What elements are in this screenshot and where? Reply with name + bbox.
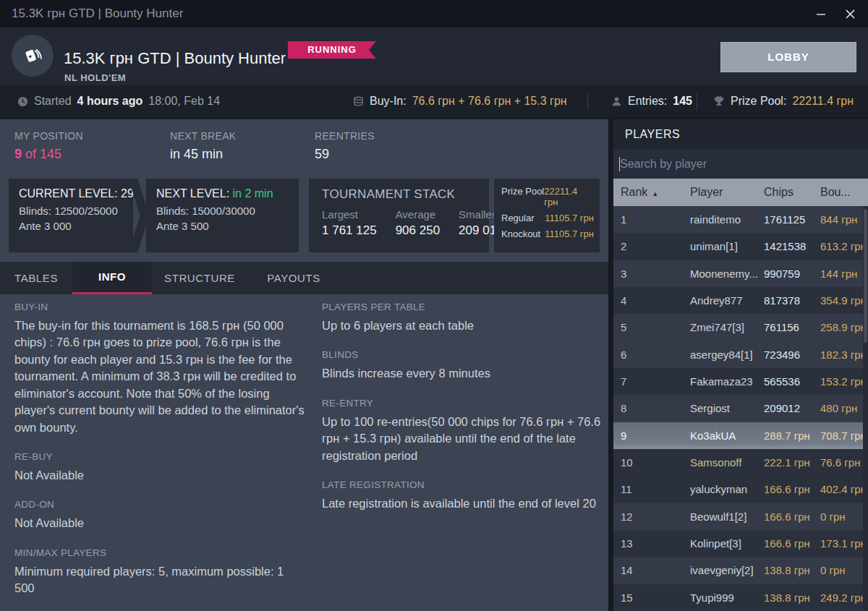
next-level-title: NEXT LEVEL: in 2 min: [156, 187, 299, 200]
prize-pool-value: 22211.4 грн: [792, 95, 854, 108]
next-level-ante: Ante 3 500: [156, 220, 299, 232]
player-row[interactable]: 10Samsonoff222.1 грн76.6 грн: [613, 449, 868, 476]
column-rank[interactable]: Rank▲: [621, 186, 690, 199]
section-ppt-title: PLAYERS PER TABLE: [322, 302, 605, 312]
section-buyin-body: The buy-in for this tournament is 168.5 …: [14, 317, 306, 436]
my-position-value: 9 of 145: [14, 147, 83, 162]
search-input[interactable]: [613, 150, 868, 179]
tab-tables[interactable]: TABLES: [0, 262, 72, 294]
pool-total-label: Prize Pool: [501, 186, 544, 208]
section-blinds-title: BLINDS: [322, 349, 605, 360]
stack-largest-value: 1 761 125: [322, 223, 377, 238]
entries-group: Entries: 145: [611, 85, 692, 117]
current-level-box: CURRENT LEVEL: 29 Blinds: 12500/25000 An…: [9, 179, 133, 252]
player-row[interactable]: 2uniman[1]1421538613.2 грн: [613, 233, 868, 260]
pool-regular-row: Regular 11105.7 грн: [501, 213, 594, 223]
my-position-rank: 9: [14, 147, 22, 161]
next-level-box: NEXT LEVEL: in 2 min Blinds: 15000/30000…: [146, 179, 299, 252]
titlebar: 15.3K грн GTD | Bounty Hunter: [0, 0, 868, 27]
text-caret: [619, 157, 620, 171]
stack-average: Average 906 250: [396, 208, 440, 238]
next-level-blinds: Blinds: 15000/30000: [156, 205, 299, 217]
pool-total-row: Prize Pool 22211.4 грн: [501, 186, 594, 208]
tab-payouts[interactable]: PAYOUTS: [247, 262, 340, 294]
player-row[interactable]: 8Sergiost209012480 грн: [613, 395, 868, 422]
player-row[interactable]: 6asergey84[1]723496182.3 грн: [613, 341, 868, 368]
pool-regular-value: 11105.7 грн: [545, 213, 594, 223]
cards-fan-icon: ♥: [21, 44, 44, 67]
tab-structure[interactable]: STRUCTURE: [152, 262, 247, 294]
started-group: Started 4 hours ago 18:00, Feb 14: [17, 85, 220, 117]
next-break-value: in 45 min: [170, 147, 236, 162]
scrollbar-track[interactable]: [863, 206, 868, 611]
window-title: 15.3K грн GTD | Bounty Hunter: [12, 0, 183, 27]
section-ppt-body: Up to 6 players at each table: [322, 317, 605, 334]
entries-label: Entries:: [628, 95, 667, 108]
player-row[interactable]: 14ivaevgeniy[2]138.8 грн0 грн: [613, 557, 868, 584]
next-level-label: NEXT LEVEL:: [156, 187, 229, 200]
column-bounty[interactable]: Bou...: [820, 186, 868, 199]
minimize-button[interactable]: [809, 0, 833, 27]
prize-pool-label: Prize Pool:: [731, 95, 786, 108]
player-row[interactable]: 13Kolinpet[3]166.6 грн173.1 грн: [613, 530, 868, 557]
info-bar: Started 4 hours ago 18:00, Feb 14 Buy-In…: [0, 85, 868, 117]
pool-total-value: 22211.4 грн: [544, 186, 594, 208]
player-row[interactable]: 7Fakamaza23565536153.2 грн: [613, 368, 868, 395]
my-position-stat: MY POSITION 9 of 145: [14, 130, 83, 162]
section-latereg-body: Late registration is available until the…: [322, 495, 605, 512]
divider: [587, 93, 588, 110]
pool-knockout-row: Knockout 11105.7 грн: [501, 228, 594, 239]
stack-average-label: Average: [396, 208, 440, 221]
buyin-label: Buy-In:: [370, 95, 407, 108]
scrollbar-thumb[interactable]: [864, 209, 867, 343]
prize-pool-box: Prize Pool 22211.4 грн Regular 11105.7 г…: [494, 179, 600, 252]
player-row[interactable]: 12Beowulf1[2]166.6 грн0 грн: [613, 503, 868, 530]
section-latereg: LATE REGISTRATION Late registration is a…: [322, 479, 605, 512]
player-row-me[interactable]: 9Ko3akUA288.7 грн708.7 грн: [613, 422, 868, 449]
section-reentry-body: Up to 100 re-entries(50 000 chips for 76…: [322, 414, 605, 464]
info-column-right: PLAYERS PER TABLE Up to 6 players at eac…: [322, 302, 605, 528]
chips-stack-icon: [353, 95, 364, 107]
player-row[interactable]: 15Tyupi999138.8 грн249.2 грн: [613, 584, 868, 611]
clock-icon: [17, 96, 28, 107]
next-break-label: NEXT BREAK: [170, 130, 236, 142]
tab-bar: TABLES INFO STRUCTURE PAYOUTS: [0, 262, 608, 294]
next-break-stat: NEXT BREAK in 45 min: [170, 130, 236, 162]
player-row[interactable]: 11yaluckyman166.6 грн402.4 грн: [613, 476, 868, 503]
section-rebuy-body: Not Available: [14, 467, 306, 484]
reentries-value: 59: [315, 147, 375, 162]
trophy-icon: [713, 95, 725, 107]
tab-info[interactable]: INFO: [72, 262, 152, 294]
section-addon-title: ADD-ON: [14, 499, 306, 510]
reentries-stat: REENTRIES 59: [315, 130, 375, 162]
column-chips[interactable]: Chips: [764, 186, 820, 199]
stack-largest-label: Largest: [322, 208, 377, 221]
main-area: MY POSITION 9 of 145 NEXT BREAK in 45 mi…: [0, 117, 868, 611]
section-minmax: MIN/MAX PLAYERS Minimum required players…: [14, 547, 306, 597]
next-level-time: in 2 min: [233, 187, 273, 200]
column-player[interactable]: Player: [690, 186, 764, 199]
section-buyin: BUY-IN The buy-in for this tournament is…: [14, 302, 306, 436]
close-button[interactable]: [838, 0, 862, 27]
player-row[interactable]: 3Moonenemy...990759144 грн: [613, 260, 868, 287]
players-panel: PLAYERS Rank▲ Player Chips Bou... 1raind…: [613, 119, 868, 611]
pool-knockout-label: Knockout: [501, 228, 540, 239]
player-row[interactable]: 1rainditemo1761125844 грн: [613, 206, 868, 233]
sort-asc-icon: ▲: [652, 190, 658, 197]
tournament-lobby-window: 15.3K грн GTD | Bounty Hunter ♥ 15.3K гр…: [0, 0, 868, 611]
started-label: Started: [34, 95, 72, 108]
section-blinds-body: Blinds increase every 8 minutes: [322, 365, 605, 382]
level-boxes-row: CURRENT LEVEL: 29 Blinds: 12500/25000 An…: [0, 179, 608, 252]
players-panel-title: PLAYERS: [613, 119, 868, 150]
players-table-header: Rank▲ Player Chips Bou...: [613, 179, 868, 206]
section-minmax-title: MIN/MAX PLAYERS: [14, 547, 306, 558]
minimize-icon: [816, 9, 826, 19]
section-latereg-title: LATE REGISTRATION: [322, 479, 605, 490]
tournament-stack-box: TOURNAMENT STACK Largest 1 761 125 Avera…: [309, 179, 489, 252]
lobby-button[interactable]: LOBBY: [720, 42, 856, 72]
my-position-total: of 145: [22, 147, 61, 161]
person-icon: [611, 96, 622, 107]
player-row[interactable]: 5Zmei747[3]761156258.9 грн: [613, 314, 868, 341]
section-addon-body: Not Available: [14, 515, 306, 531]
player-row[interactable]: 4Andrey877817378354.9 грн: [613, 287, 868, 314]
